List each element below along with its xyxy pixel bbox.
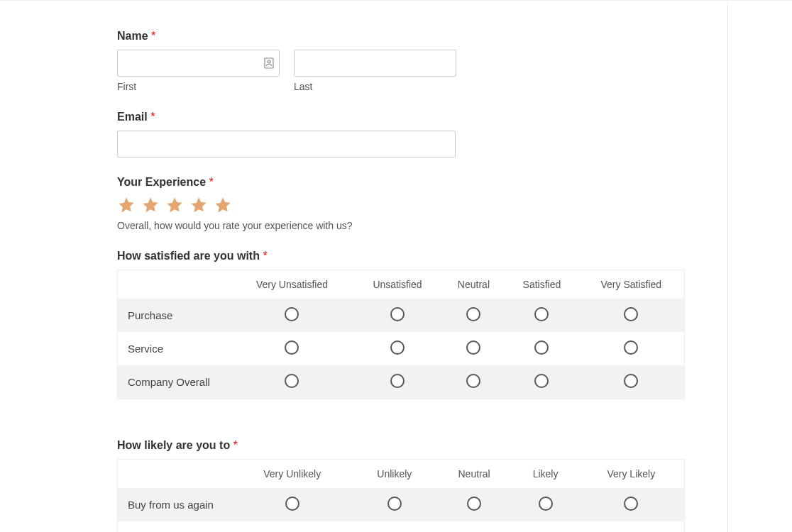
radio-company-neutral[interactable] — [466, 374, 480, 388]
table-row: Service — [118, 332, 685, 365]
required-mark: * — [150, 111, 155, 123]
required-mark: * — [151, 30, 155, 42]
name-field-group: Name * First — [117, 30, 685, 92]
star-2-icon[interactable] — [141, 196, 160, 214]
radio-service-satisfied[interactable] — [534, 340, 549, 355]
experience-hint: Overall, how would you rate your experie… — [117, 220, 685, 231]
likelihood-row-0-label: Buy from us again — [118, 488, 231, 521]
radio-company-very-satisfied[interactable] — [624, 374, 638, 388]
last-name-sublabel: Last — [294, 81, 456, 92]
experience-label: Your Experience * — [117, 176, 685, 189]
satisfaction-col-4: Very Satisfied — [578, 270, 685, 299]
star-rating — [117, 196, 685, 214]
satisfaction-col-0: Very Unsatisfied — [231, 270, 353, 299]
radio-purchase-neutral[interactable] — [466, 307, 480, 321]
likelihood-col-2: Neutral — [436, 460, 513, 489]
radio-buyagain-very-unlikely[interactable] — [285, 497, 299, 511]
radio-service-unsatisfied[interactable] — [390, 340, 405, 355]
radio-company-very-unsatisfied[interactable] — [285, 374, 299, 388]
satisfaction-row-1-label: Service — [118, 332, 231, 365]
email-label: Email * — [117, 111, 685, 123]
name-label-text: Name — [117, 30, 148, 42]
satisfaction-col-3: Satisfied — [505, 270, 578, 299]
radio-service-very-unsatisfied[interactable] — [285, 340, 299, 355]
radio-buyagain-very-likely[interactable] — [624, 497, 638, 511]
star-1-icon[interactable] — [117, 196, 136, 214]
content-area: Name * First — [4, 1, 728, 532]
radio-buyagain-likely[interactable] — [539, 497, 553, 511]
satisfaction-header-blank — [118, 270, 231, 299]
likelihood-col-3: Likely — [512, 460, 578, 489]
satisfaction-header-row: Very Unsatisfied Unsatisfied Neutral Sat… — [118, 270, 685, 299]
section-gap — [117, 418, 685, 439]
star-4-icon[interactable] — [189, 196, 208, 214]
first-name-input-wrap — [117, 50, 280, 77]
radio-service-neutral[interactable] — [466, 340, 480, 355]
radio-buyagain-neutral[interactable] — [467, 497, 481, 511]
likelihood-matrix: Very Unlikely Unlikely Neutral Likely Ve… — [117, 459, 685, 532]
satisfaction-col-1: Unsatisfied — [353, 270, 441, 299]
radio-purchase-very-unsatisfied[interactable] — [285, 307, 299, 321]
likelihood-col-0: Very Unlikely — [231, 460, 353, 489]
name-label: Name * — [117, 30, 685, 43]
satisfaction-label: How satisfied are you with * — [117, 250, 685, 262]
likelihood-label-text: How likely are you to — [117, 439, 230, 451]
required-mark: * — [263, 250, 267, 262]
radio-company-unsatisfied[interactable] — [390, 374, 405, 388]
satisfaction-matrix: Very Unsatisfied Unsatisfied Neutral Sat… — [117, 270, 685, 399]
likelihood-field-group: How likely are you to * Very Unlikely Un… — [117, 439, 685, 532]
contact-card-icon — [264, 57, 274, 69]
page: Name * First — [0, 0, 792, 532]
radio-buyagain-unlikely[interactable] — [387, 497, 402, 511]
likelihood-header-row: Very Unlikely Unlikely Neutral Likely Ve… — [118, 460, 685, 489]
last-name-input[interactable] — [294, 50, 456, 77]
star-5-icon[interactable] — [214, 196, 232, 214]
last-name-col: Last — [294, 50, 456, 92]
email-label-text: Email — [117, 111, 148, 123]
first-name-sublabel: First — [117, 81, 280, 92]
radio-service-very-satisfied[interactable] — [624, 340, 638, 355]
satisfaction-label-text: How satisfied are you with — [117, 250, 260, 262]
satisfaction-col-2: Neutral — [442, 270, 506, 299]
table-row: Company Overall — [118, 365, 685, 399]
likelihood-header-blank — [118, 460, 231, 489]
table-row: Purchase — [118, 299, 685, 332]
satisfaction-row-2-label: Company Overall — [118, 365, 231, 399]
survey-form: Name * First — [117, 30, 685, 532]
satisfaction-row-0-label: Purchase — [118, 299, 231, 332]
first-name-input[interactable] — [117, 50, 280, 77]
first-name-col: First — [117, 50, 280, 92]
likelihood-col-4: Very Likely — [578, 460, 685, 489]
email-field-group: Email * — [117, 111, 685, 157]
radio-company-satisfied[interactable] — [534, 374, 549, 388]
radio-purchase-satisfied[interactable] — [534, 307, 549, 321]
satisfaction-field-group: How satisfied are you with * Very Unsati… — [117, 250, 685, 399]
likelihood-row-1-label: Recommend our product to others — [118, 521, 231, 532]
name-row: First Last — [117, 50, 685, 92]
table-row: Buy from us again — [118, 488, 685, 521]
radio-purchase-very-satisfied[interactable] — [624, 307, 638, 321]
required-mark: * — [233, 439, 238, 451]
email-input[interactable] — [117, 131, 456, 157]
star-3-icon[interactable] — [165, 196, 184, 214]
likelihood-col-1: Unlikely — [353, 460, 436, 489]
experience-field-group: Your Experience * Overall, how would you… — [117, 176, 685, 231]
table-row: Recommend our product to others — [118, 521, 685, 532]
experience-label-text: Your Experience — [117, 176, 206, 188]
required-mark: * — [209, 176, 214, 188]
likelihood-label: How likely are you to * — [117, 439, 685, 452]
radio-purchase-unsatisfied[interactable] — [390, 307, 405, 321]
svg-point-1 — [268, 60, 270, 63]
